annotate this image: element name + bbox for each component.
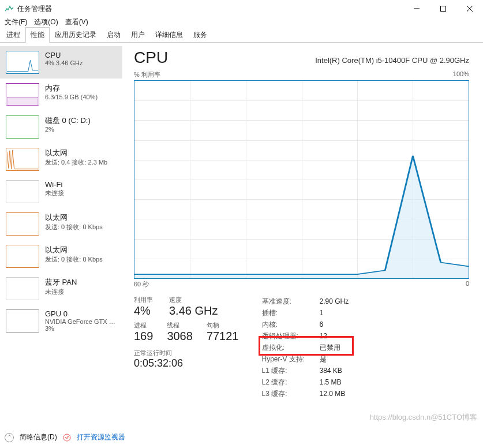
sidebar-item-ethernet-3[interactable]: 以太网发送: 0 接收: 0 Kbps — [0, 240, 122, 272]
hnd-label: 句柄 — [207, 321, 239, 330]
tab-details[interactable]: 详细信息 — [150, 27, 188, 43]
sidebar-item-memory[interactable]: 内存6.3/15.9 GB (40%) — [0, 79, 122, 111]
l1-key: L1 缓存: — [262, 365, 309, 376]
resmon-icon — [63, 434, 71, 442]
tab-users[interactable]: 用户 — [126, 27, 150, 43]
sidebar-disk0-label: 磁盘 0 (C: D:) — [45, 115, 91, 126]
cpu-utilization-chart[interactable] — [134, 80, 469, 279]
chart-ylabel: % 利用率 — [134, 70, 160, 79]
chart-ymax: 100% — [453, 70, 469, 79]
tab-app-history[interactable]: 应用历史记录 — [50, 27, 102, 43]
lproc-val: 12 — [320, 330, 327, 342]
chart-xleft: 60 秒 — [134, 280, 149, 289]
basefreq-val: 2.90 GHz — [320, 296, 349, 307]
svg-point-5 — [63, 434, 70, 441]
hnd-value: 77121 — [207, 330, 239, 343]
virt-key: 虚拟化: — [262, 342, 309, 353]
app-icon — [5, 4, 14, 13]
cores-key: 内核: — [262, 319, 309, 330]
sidebar-cpu-label: CPU — [45, 51, 83, 59]
sidebar-eth1-sub: 发送: 0.4 接收: 2.3 Mb — [45, 158, 107, 167]
svg-rect-1 — [441, 6, 446, 12]
virt-val: 已禁用 — [320, 342, 340, 353]
sidebar-gpu-sub: NVIDIA GeForce GTX … — [45, 318, 115, 325]
l1-val: 384 KB — [320, 365, 342, 376]
sidebar-eth3-label: 以太网 — [45, 245, 103, 255]
open-resource-monitor-link[interactable]: 打开资源监视器 — [77, 432, 125, 442]
thr-label: 线程 — [167, 321, 193, 330]
speed-value: 3.46 GHz — [169, 304, 218, 318]
sidebar-bt-sub: 未连接 — [45, 288, 77, 296]
uptime-value: 0:05:32:06 — [134, 357, 239, 369]
tab-startup[interactable]: 启动 — [102, 27, 126, 43]
sidebar-gpu-label: GPU 0 — [45, 309, 115, 318]
sidebar-eth1-label: 以太网 — [45, 148, 107, 158]
util-value: 4% — [134, 304, 153, 318]
sidebar-item-cpu[interactable]: CPU4% 3.46 GHz — [0, 46, 122, 79]
sidebar-item-ethernet-2[interactable]: 以太网发送: 0 接收: 0 Kbps — [0, 208, 122, 240]
fewer-details-link[interactable]: 简略信息(D) — [20, 432, 57, 442]
sidebar-item-ethernet-1[interactable]: 以太网发送: 0.4 接收: 2.3 Mb — [0, 143, 122, 176]
close-button[interactable] — [456, 0, 483, 17]
maximize-button[interactable] — [430, 0, 456, 17]
sidebar-bt-label: 蓝牙 PAN — [45, 277, 77, 288]
chevron-up-icon[interactable]: ˄ — [5, 433, 14, 442]
l3-val: 12.0 MB — [320, 388, 346, 400]
proc-value: 169 — [134, 330, 153, 343]
watermark: https://blog.csdn.n@51CTO博客 — [370, 412, 477, 423]
window-title: 任务管理器 — [17, 4, 52, 14]
sidebar-item-bluetooth[interactable]: 蓝牙 PAN未连接 — [0, 272, 122, 305]
l2-key: L2 缓存: — [262, 376, 309, 388]
performance-sidebar: CPU4% 3.46 GHz 内存6.3/15.9 GB (40%) 磁盘 0 … — [0, 43, 122, 428]
basefreq-key: 基准速度: — [262, 296, 309, 307]
cpu-model: Intel(R) Core(TM) i5-10400F CPU @ 2.90GH… — [315, 56, 469, 65]
page-title: CPU — [134, 48, 168, 67]
tab-bar: 进程 性能 应用历史记录 启动 用户 详细信息 服务 — [0, 29, 483, 43]
util-label: 利用率 — [134, 296, 153, 304]
sidebar-wifi-sub: 未连接 — [45, 189, 64, 197]
tab-services[interactable]: 服务 — [188, 27, 212, 43]
thr-value: 3068 — [167, 330, 193, 343]
sidebar-item-disk0[interactable]: 磁盘 0 (C: D:)2% — [0, 111, 122, 143]
minimize-button[interactable] — [403, 0, 430, 17]
sockets-val: 1 — [320, 307, 324, 319]
sidebar-item-gpu0[interactable]: GPU 0NVIDIA GeForce GTX …3% — [0, 305, 122, 337]
uptime-label: 正常运行时间 — [134, 349, 239, 357]
sidebar-memory-sub: 6.3/15.9 GB (40%) — [45, 94, 98, 100]
sidebar-cpu-sub: 4% 3.46 GHz — [45, 59, 83, 66]
sidebar-wifi-label: Wi-Fi — [45, 180, 64, 189]
svg-rect-4 — [7, 97, 38, 105]
hyperv-key: Hyper-V 支持: — [262, 353, 309, 365]
chart-xright: 0 — [466, 280, 469, 289]
cores-val: 6 — [320, 319, 324, 330]
performance-content: CPU Intel(R) Core(TM) i5-10400F CPU @ 2.… — [122, 43, 483, 428]
sidebar-gpu-sub2: 3% — [45, 325, 115, 332]
sidebar-eth3-sub: 发送: 0 接收: 0 Kbps — [45, 255, 103, 264]
l3-key: L3 缓存: — [262, 388, 309, 400]
sockets-key: 插槽: — [262, 307, 309, 319]
proc-label: 进程 — [134, 321, 153, 330]
sidebar-disk0-sub: 2% — [45, 126, 91, 133]
l2-val: 1.5 MB — [320, 376, 342, 388]
tab-performance[interactable]: 性能 — [25, 27, 50, 43]
footer: ˄ 简略信息(D) 打开资源监视器 — [5, 432, 125, 442]
titlebar: 任务管理器 — [0, 0, 483, 17]
sidebar-eth2-label: 以太网 — [45, 212, 103, 223]
tab-processes[interactable]: 进程 — [1, 27, 25, 43]
lproc-key: 逻辑处理器: — [262, 330, 309, 342]
sidebar-item-wifi[interactable]: Wi-Fi未连接 — [0, 176, 122, 208]
sidebar-memory-label: 内存 — [45, 83, 98, 94]
speed-label: 速度 — [169, 296, 218, 304]
hyperv-val: 是 — [320, 353, 327, 365]
sidebar-eth2-sub: 发送: 0 接收: 0 Kbps — [45, 223, 103, 232]
